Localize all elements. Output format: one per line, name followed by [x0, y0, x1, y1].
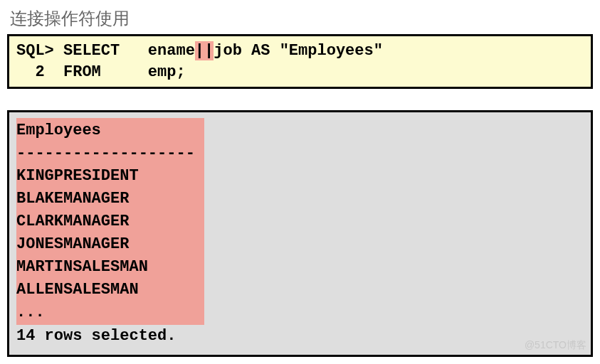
result-highlighted-rows: Employees ------------------- KINGPRESID… — [16, 118, 204, 325]
sql-line2: 2 FROM emp; — [16, 63, 186, 81]
sql-code-block: SQL> SELECT ename||job AS "Employees" 2 … — [7, 34, 593, 89]
slide-title: 连接操作符使用 — [10, 7, 593, 30]
result-output-block: Employees ------------------- KINGPRESID… — [7, 110, 593, 357]
sql-line1-part-a: SQL> SELECT ename — [16, 42, 195, 60]
watermark: @51CTO博客 — [525, 338, 586, 352]
concat-operator-highlight: || — [195, 41, 214, 60]
result-footer: 14 rows selected. — [16, 325, 584, 348]
sql-line1-part-b: job AS "Employees" — [214, 42, 383, 60]
